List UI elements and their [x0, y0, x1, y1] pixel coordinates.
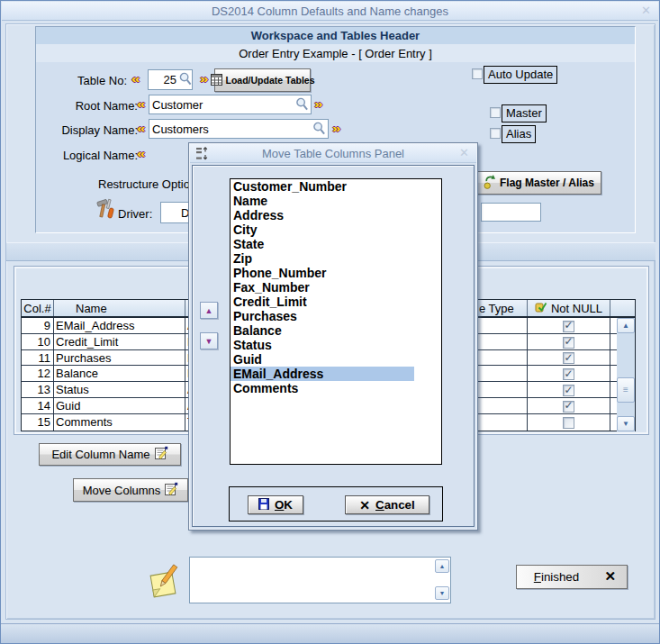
column-list-item[interactable]: Credit_Limit — [231, 295, 414, 309]
not-null-checkbox[interactable] — [563, 321, 574, 332]
cell-col-number: 13 — [22, 382, 54, 397]
workspace-header-title: Workspace and Tables Header — [36, 27, 635, 44]
column-list-item[interactable]: Balance — [231, 323, 414, 338]
root-name-lookup-icon[interactable] — [295, 97, 309, 114]
cell-col-number: 11 — [22, 350, 54, 366]
not-null-header-label: Not NULL — [551, 302, 602, 315]
column-list-item[interactable]: EMail_Address — [231, 367, 414, 381]
cell-etype — [476, 382, 528, 397]
ok-button[interactable]: OK — [248, 495, 303, 514]
finished-button[interactable]: Finished ✕ — [516, 565, 628, 589]
memo-scroll-up-icon[interactable]: ▲ — [435, 559, 449, 573]
root-name-label: Root Name: — [37, 99, 138, 113]
prev-logical-icon[interactable]: « — [137, 149, 145, 159]
workspace-header-subtitle: Order Entry Example - [ Order Entry ] — [36, 44, 635, 62]
column-list-item[interactable]: Address — [231, 208, 414, 222]
ok-cancel-panel: OK ✕ Cancel — [229, 486, 443, 522]
cell-name: Comments — [54, 414, 185, 431]
window-titlebar[interactable]: DS2014 Column Defaults and Name changes … — [2, 2, 658, 21]
column-list-item[interactable]: Zip — [231, 251, 414, 266]
column-list-item[interactable]: Comments — [231, 381, 414, 395]
scroll-up-icon[interactable]: ▲ — [617, 318, 635, 333]
next-display-icon[interactable]: » — [332, 123, 340, 133]
modal-titlebar[interactable]: Move Table Columns Panel ✕ — [190, 144, 476, 163]
cell-not-null — [528, 350, 610, 366]
cell-name: Purchases — [54, 350, 185, 366]
move-up-button[interactable]: ▲ — [200, 302, 218, 319]
auto-update-checkbox[interactable] — [472, 68, 483, 79]
column-list-item[interactable]: Name — [231, 194, 414, 208]
cell-etype — [476, 334, 528, 349]
name-header[interactable]: Name — [54, 300, 185, 316]
move-down-button[interactable]: ▼ — [200, 332, 218, 349]
restructure-option-label: Restructure Option — [98, 177, 196, 191]
column-list-item[interactable]: Purchases — [231, 309, 414, 323]
move-columns-label: Move Columns — [83, 484, 161, 497]
comment-textarea[interactable] — [189, 557, 451, 603]
memo-pencil-icon[interactable] — [147, 561, 179, 603]
prev-table-icon[interactable]: « — [131, 74, 140, 84]
not-null-header[interactable]: Not NULL — [528, 300, 610, 316]
grid-scrollbar[interactable]: ▲ ≡ ▼ — [617, 318, 635, 431]
master-label: Master — [502, 104, 547, 122]
not-null-checkbox[interactable] — [563, 368, 574, 380]
driver-tools-icon — [95, 198, 115, 224]
table-no-label: Table No: — [37, 74, 127, 87]
column-list-item[interactable]: Phone_Number — [231, 266, 414, 280]
scroll-down-icon[interactable]: ▼ — [617, 416, 635, 431]
next-table-icon[interactable]: » — [200, 74, 208, 84]
header-side-input[interactable] — [481, 203, 541, 222]
column-list-item[interactable]: Guid — [231, 352, 414, 367]
flag-master-alias-button[interactable]: Flag Master / Alias — [476, 171, 601, 195]
not-null-checkbox[interactable] — [563, 352, 574, 364]
move-columns-button[interactable]: Move Columns — [73, 478, 188, 502]
cell-etype — [476, 414, 528, 431]
cell-etype — [476, 350, 528, 366]
cell-not-null — [528, 366, 610, 381]
modal-close-icon[interactable]: ✕ — [459, 146, 469, 159]
not-null-checkbox[interactable] — [563, 401, 574, 413]
load-update-tables-button[interactable]: Load/Update Tables — [214, 68, 311, 92]
prev-display-icon[interactable]: « — [137, 123, 145, 133]
cell-name: Status — [54, 382, 185, 397]
flag-master-alias-label: Flag Master / Alias — [500, 177, 594, 189]
cell-col-number: 15 — [22, 414, 54, 431]
window-close-icon[interactable]: ✕ — [641, 4, 651, 17]
cell-col-number: 10 — [22, 334, 54, 349]
edit-note-icon — [154, 446, 168, 463]
move-columns-list[interactable]: Customer_NumberNameAddressCityStateZipPh… — [230, 178, 442, 465]
cell-etype — [476, 398, 528, 413]
col-number-header[interactable]: Col.# — [22, 300, 54, 316]
column-list-item[interactable]: Status — [231, 338, 414, 352]
column-list-item[interactable]: Fax_Number — [231, 280, 414, 295]
cancel-button[interactable]: ✕ Cancel — [345, 495, 429, 514]
master-checkbox[interactable] — [490, 107, 501, 118]
not-null-checkbox[interactable] — [563, 417, 574, 429]
display-name-lookup-icon[interactable] — [312, 122, 326, 139]
move-note-icon — [164, 482, 178, 499]
table-no-lookup-icon[interactable] — [179, 72, 192, 89]
cell-name: Guid — [54, 398, 185, 413]
scrollbar-thumb[interactable]: ≡ — [617, 377, 635, 403]
not-null-checkbox[interactable] — [563, 385, 574, 396]
driver-label: Driver: — [118, 207, 152, 221]
next-root-icon[interactable]: » — [314, 99, 322, 109]
cancel-x-icon: ✕ — [359, 498, 370, 512]
root-name-input[interactable] — [149, 95, 312, 114]
window-title: DS2014 Column Defaults and Name changes — [2, 5, 658, 18]
auto-update-label: Auto Update — [484, 66, 557, 84]
column-list-item[interactable]: City — [231, 222, 414, 237]
display-name-input[interactable] — [149, 119, 329, 139]
etype-header-partial[interactable]: e Type — [476, 300, 528, 316]
alias-checkbox[interactable] — [490, 128, 501, 139]
not-null-checkbox[interactable] — [563, 337, 574, 349]
prev-root-icon[interactable]: « — [137, 99, 145, 109]
window-bottom-strip — [1, 623, 660, 643]
memo-scroll-down-icon[interactable]: ▼ — [435, 586, 449, 600]
cell-not-null — [528, 334, 610, 349]
column-list-item[interactable]: Customer_Number — [231, 179, 414, 194]
column-list-item[interactable]: State — [231, 237, 414, 251]
cell-not-null — [528, 398, 610, 413]
cell-etype — [476, 318, 528, 333]
edit-column-name-button[interactable]: Edit Column Name — [39, 443, 181, 466]
